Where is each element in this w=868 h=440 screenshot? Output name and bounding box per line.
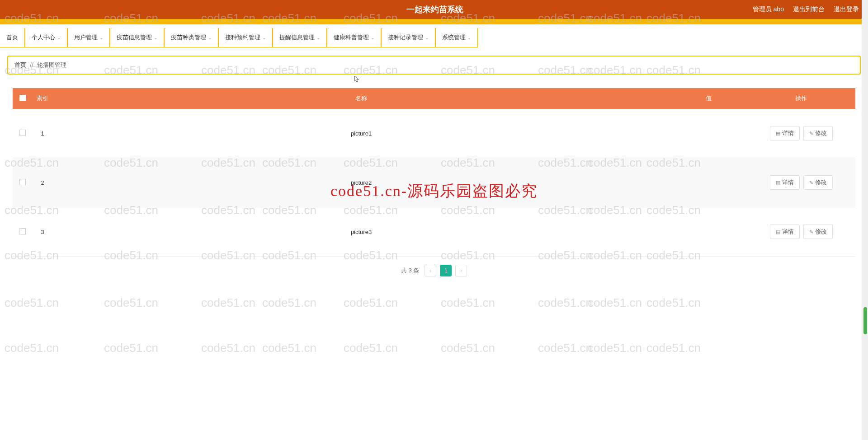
exit-front-link[interactable]: 退出到前台 <box>793 5 825 14</box>
pagination: 共 3 条 ‹ 1 › <box>13 265 855 276</box>
row-checkbox[interactable] <box>19 179 26 185</box>
header-name: 名称 <box>52 88 670 109</box>
row-actions: ▤详情✎修改 <box>747 109 855 158</box>
row-name: picture3 <box>52 207 670 257</box>
header-value: 值 <box>670 88 747 109</box>
app-title: 一起来约苗系统 <box>118 4 753 15</box>
chevron-down-icon: ⌄ <box>425 35 429 40</box>
header-index: 索引 <box>33 88 52 109</box>
nav-item-label: 健康科普管理 <box>334 33 369 42</box>
detail-button-label: 详情 <box>782 129 794 137</box>
nav-item-0[interactable]: 首页 <box>0 28 25 47</box>
yellow-accent-bar <box>0 19 868 24</box>
nav-item-label: 个人中心 <box>32 33 55 42</box>
top-header: 一起来约苗系统 管理员 abo 退出到前台 退出登录 <box>0 0 868 19</box>
document-icon: ▤ <box>776 180 780 186</box>
table-row: 2picture2▤详情✎修改 <box>13 158 855 207</box>
row-value <box>670 158 747 207</box>
header-action: 操作 <box>747 88 855 109</box>
chevron-down-icon: ⌄ <box>99 35 103 40</box>
vertical-scrollbar[interactable] <box>862 0 868 290</box>
breadcrumb: 首页 // 轮播图管理 <box>7 56 861 75</box>
nav-item-3[interactable]: 疫苗信息管理⌄ <box>110 28 164 47</box>
row-checkbox[interactable] <box>19 228 26 234</box>
breadcrumb-current: 轮播图管理 <box>37 61 66 69</box>
nav-item-label: 系统管理 <box>442 33 466 42</box>
nav-item-label: 疫苗种类管理 <box>171 33 206 42</box>
detail-button[interactable]: ▤详情 <box>770 225 800 239</box>
edit-button[interactable]: ✎修改 <box>803 225 833 239</box>
edit-icon: ✎ <box>809 229 813 235</box>
breadcrumb-home[interactable]: 首页 <box>14 61 26 69</box>
pagination-prev[interactable]: ‹ <box>425 265 436 276</box>
edit-icon: ✎ <box>809 180 813 186</box>
header-checkbox-cell <box>13 88 33 109</box>
row-value <box>670 109 747 158</box>
pagination-page-1[interactable]: 1 <box>440 265 452 276</box>
table-row: 3picture3▤详情✎修改 <box>13 207 855 257</box>
nav-item-2[interactable]: 用户管理⌄ <box>67 28 110 47</box>
detail-button-label: 详情 <box>782 178 794 187</box>
document-icon: ▤ <box>776 229 780 235</box>
row-index: 1 <box>33 109 52 158</box>
edit-button[interactable]: ✎修改 <box>803 175 833 190</box>
chevron-down-icon: ⌄ <box>467 35 471 40</box>
nav-item-label: 接种预约管理 <box>225 33 260 42</box>
nav-menu: 首页个人中心⌄用户管理⌄疫苗信息管理⌄疫苗种类管理⌄接种预约管理⌄提醒信息管理⌄… <box>0 28 868 47</box>
chevron-down-icon: ⌄ <box>57 35 61 40</box>
nav-item-4[interactable]: 疫苗种类管理⌄ <box>164 28 218 47</box>
chevron-down-icon: ⌄ <box>371 35 374 40</box>
document-icon: ▤ <box>776 131 780 136</box>
row-checkbox-cell <box>13 207 33 257</box>
row-actions: ▤详情✎修改 <box>747 207 855 257</box>
nav-item-label: 用户管理 <box>74 33 98 42</box>
detail-button[interactable]: ▤详情 <box>770 126 800 140</box>
row-index: 3 <box>33 207 52 257</box>
row-name: picture2 <box>52 158 670 207</box>
edit-button-label: 修改 <box>815 178 827 187</box>
edit-icon: ✎ <box>809 131 813 136</box>
admin-label[interactable]: 管理员 abo <box>753 5 784 14</box>
header-right: 管理员 abo 退出到前台 退出登录 <box>753 5 859 14</box>
nav-item-label: 接种记录管理 <box>388 33 423 42</box>
main-content: 索引 名称 值 操作 1picture1▤详情✎修改2picture2▤详情✎修… <box>0 75 868 290</box>
nav-item-7[interactable]: 健康科普管理⌄ <box>327 28 381 47</box>
chevron-down-icon: ⌄ <box>154 35 157 40</box>
nav-item-9[interactable]: 系统管理⌄ <box>435 28 478 47</box>
data-table: 索引 名称 值 操作 1picture1▤详情✎修改2picture2▤详情✎修… <box>13 88 855 257</box>
select-all-checkbox[interactable] <box>19 95 26 101</box>
breadcrumb-separator: // <box>30 61 33 69</box>
table-header-row: 索引 名称 值 操作 <box>13 88 855 109</box>
row-checkbox[interactable] <box>19 130 26 136</box>
row-actions: ▤详情✎修改 <box>747 158 855 207</box>
nav-item-5[interactable]: 接种预约管理⌄ <box>218 28 273 47</box>
detail-button[interactable]: ▤详情 <box>770 175 800 190</box>
nav-item-6[interactable]: 提醒信息管理⌄ <box>273 28 327 47</box>
edit-button[interactable]: ✎修改 <box>803 126 833 140</box>
nav-item-8[interactable]: 接种记录管理⌄ <box>381 28 435 47</box>
row-checkbox-cell <box>13 158 33 207</box>
row-value <box>670 207 747 257</box>
row-checkbox-cell <box>13 109 33 158</box>
table-row: 1picture1▤详情✎修改 <box>13 109 855 158</box>
pagination-total: 共 3 条 <box>401 267 419 275</box>
detail-button-label: 详情 <box>782 228 794 236</box>
nav-item-1[interactable]: 个人中心⌄ <box>25 28 67 47</box>
chevron-down-icon: ⌄ <box>262 35 266 40</box>
row-name: picture1 <box>52 109 670 158</box>
nav-item-label: 首页 <box>6 33 18 42</box>
row-index: 2 <box>33 158 52 207</box>
pagination-next[interactable]: › <box>455 265 467 276</box>
logout-link[interactable]: 退出登录 <box>834 5 859 14</box>
nav-item-label: 疫苗信息管理 <box>117 33 152 42</box>
chevron-down-icon: ⌄ <box>316 35 320 40</box>
edit-button-label: 修改 <box>815 228 827 236</box>
nav-item-label: 提醒信息管理 <box>279 33 315 42</box>
edit-button-label: 修改 <box>815 129 827 137</box>
chevron-down-icon: ⌄ <box>208 35 212 40</box>
